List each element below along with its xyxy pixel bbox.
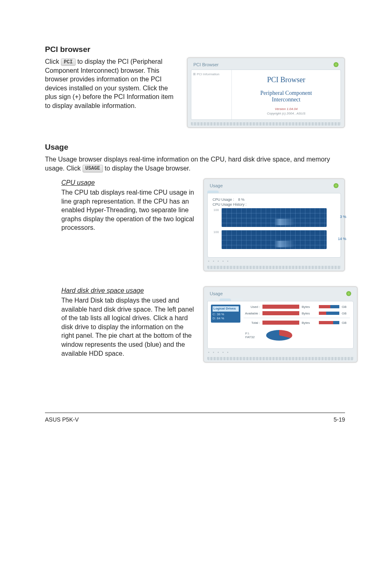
total-label: Total : <box>244 321 260 325</box>
cpu-graph-1 <box>222 208 327 227</box>
drive-list-header: Logical Drives <box>213 306 239 311</box>
usage-heading: Usage <box>45 143 345 152</box>
tab-harddisk[interactable] <box>220 191 231 193</box>
page-footer: ASUS P5K-V 5-19 <box>45 413 345 423</box>
pie-fs-label: FAT32 <box>245 335 255 339</box>
disk-pie-chart <box>266 330 292 341</box>
cpu-graph-2 <box>222 230 327 249</box>
pci-paragraph: Click PCI to display the PCI (Peripheral… <box>45 57 178 110</box>
cpu-graph2-value: 14 % <box>338 237 346 241</box>
hd-row-used: Used : Bytes GB <box>244 305 350 309</box>
pci-panel-heading: PCI Browser <box>267 76 305 84</box>
pci-copyright: Copyright (c) 2004 , ASUS <box>267 112 305 115</box>
tab-cpu[interactable] <box>207 298 219 301</box>
used-label: Used : <box>244 305 260 309</box>
hd-subhead: Hard disk drive space usage <box>61 286 194 295</box>
window-footer-strip <box>207 357 354 360</box>
cpu-usage-value: 8 % <box>238 197 245 202</box>
close-icon[interactable] <box>346 291 351 296</box>
pager-dots: • • • • • <box>207 258 341 263</box>
cpu-paragraph: The CPU tab displays real-time CPU usage… <box>61 188 194 232</box>
pci-tree-root[interactable]: ⊞ PCI Information <box>193 72 220 76</box>
tab-cpu[interactable] <box>207 191 219 193</box>
cpu-graph1-value: 3 % <box>340 215 346 219</box>
pci-badge-icon: PCI <box>61 58 76 66</box>
drive-c[interactable]: C: 38 % <box>213 312 224 316</box>
cpu-usage-label: CPU Usage : <box>213 197 234 202</box>
tab-memory[interactable] <box>232 298 243 301</box>
hd-row-total: Total : Bytes GB <box>244 321 350 325</box>
window-footer-strip <box>191 122 341 126</box>
hd-row-available: Available : Bytes GB <box>244 311 350 315</box>
pci-version: Version 1.04.04 <box>275 107 298 111</box>
cpu-window-title: Usage <box>210 183 223 188</box>
graph1-scale-top: 100 <box>213 208 219 212</box>
window-footer-strip <box>207 266 341 269</box>
footer-left: ASUS P5K-V <box>45 416 78 423</box>
graph2-scale-top: 100 <box>213 230 219 234</box>
footer-right: 5-19 <box>334 416 345 423</box>
cpu-history-label: CPU Usage History : <box>213 202 337 206</box>
drive-list[interactable]: Logical Drives C: 38 % D: 84 % <box>211 305 240 322</box>
avail-bytes: Bytes <box>302 312 316 315</box>
hd-paragraph: The Hard Disk tab displays the used and … <box>61 296 194 358</box>
close-icon[interactable] <box>334 183 338 188</box>
tab-memory[interactable] <box>232 191 243 193</box>
tab-harddisk[interactable] <box>220 298 231 301</box>
avail-gb-unit: GB <box>342 312 350 315</box>
usage-badge-icon: USAGE <box>83 165 103 172</box>
pie-drive-label: F:\ <box>245 332 255 335</box>
usage-paragraph: The Usage browser displays real-time inf… <box>45 155 345 173</box>
pci-heading: PCI browser <box>45 45 345 54</box>
pci-para-before: Click <box>45 58 61 65</box>
total-bytes: Bytes <box>302 321 316 325</box>
pci-browser-window: PCI Browser ⊞ PCI Information PCI Browse… <box>187 57 345 128</box>
avail-label: Available : <box>244 312 260 315</box>
drive-d[interactable]: D: 84 % <box>213 316 224 320</box>
hd-window-title: Usage <box>210 291 223 296</box>
pci-window-title: PCI Browser <box>193 62 219 67</box>
usage-para-after: to display the Usage browser. <box>105 165 191 172</box>
used-gb-unit: GB <box>342 305 350 309</box>
pager-dots: • • • • • <box>207 349 354 355</box>
hd-usage-window: Usage Logical Drives C: 38 % D: 84 % <box>203 286 358 363</box>
used-bytes: Bytes <box>302 305 316 309</box>
total-gb-unit: GB <box>342 321 350 325</box>
pci-panel-sub: Peripheral Component Interconnect <box>260 90 312 103</box>
cpu-usage-window: Usage CPU Usage : 8 % CPU Usage History … <box>203 178 345 272</box>
pci-sub-line1: Peripheral Component <box>260 90 312 96</box>
pci-sub-line2: Interconnect <box>272 97 300 103</box>
cpu-subhead: CPU usage <box>61 178 194 187</box>
close-icon[interactable] <box>334 62 338 67</box>
